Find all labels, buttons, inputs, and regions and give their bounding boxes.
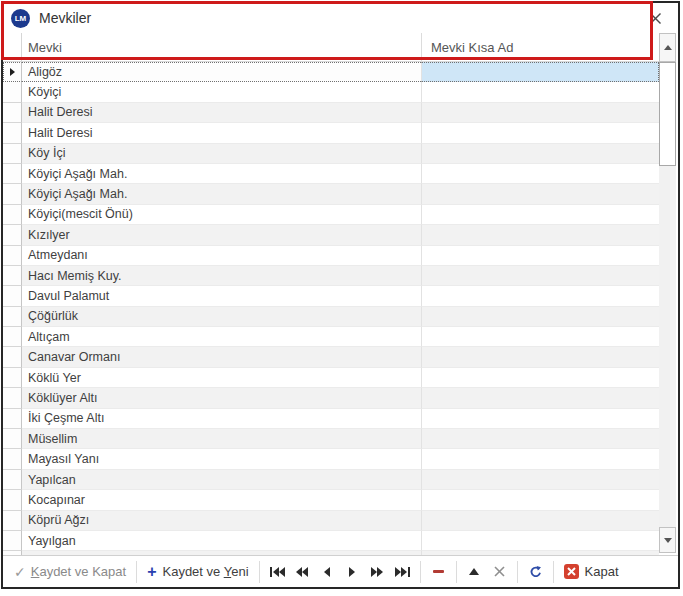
row-indicator-cell[interactable]: [3, 184, 22, 204]
cell-mevki[interactable]: Yayılgan: [22, 531, 421, 551]
row-indicator-cell[interactable]: [3, 470, 22, 490]
row-indicator-cell[interactable]: [3, 103, 22, 123]
cell-kisa-ad[interactable]: [421, 184, 659, 204]
table-row[interactable]: Köyiçi Aşağı Mah.: [3, 184, 659, 204]
cell-mevki[interactable]: Hacı Memiş Kuy.: [22, 266, 421, 286]
cell-kisa-ad[interactable]: [421, 388, 659, 408]
cell-mevki[interactable]: Köklü Yer: [22, 368, 421, 388]
scrollbar-track[interactable]: [659, 62, 676, 527]
cancel-edit-button[interactable]: [487, 561, 512, 583]
row-indicator-cell[interactable]: [3, 449, 22, 469]
table-row[interactable]: Kocapınar: [3, 490, 659, 510]
table-row[interactable]: Köyiçi: [3, 82, 659, 102]
row-indicator-cell[interactable]: [3, 368, 22, 388]
cell-mevki[interactable]: Kızılyer: [22, 225, 421, 245]
cell-mevki[interactable]: Altıçam: [22, 327, 421, 347]
row-indicator-cell[interactable]: [3, 82, 22, 102]
cell-kisa-ad[interactable]: [421, 327, 659, 347]
row-indicator-cell[interactable]: [3, 123, 22, 143]
cell-kisa-ad[interactable]: [421, 449, 659, 469]
cell-kisa-ad[interactable]: [421, 144, 659, 164]
cell-mevki[interactable]: Köprü Ağzı: [22, 511, 421, 531]
scroll-down-button[interactable]: [659, 527, 676, 553]
table-row[interactable]: Davul Palamut: [3, 286, 659, 306]
row-indicator-cell[interactable]: [3, 266, 22, 286]
row-indicator-cell[interactable]: [3, 205, 22, 225]
table-row[interactable]: Köklü Yer: [3, 368, 659, 388]
cell-mevki[interactable]: Köyiçi Aşağı Mah.: [22, 184, 421, 204]
table-row[interactable]: Canavar Ormanı: [3, 347, 659, 367]
row-indicator-cell[interactable]: [3, 409, 22, 429]
row-indicator-cell[interactable]: [3, 327, 22, 347]
row-indicator-cell[interactable]: [3, 388, 22, 408]
table-row[interactable]: Mayasıl Yanı: [3, 449, 659, 469]
cell-mevki[interactable]: Köy İçi: [22, 144, 421, 164]
row-indicator-cell[interactable]: [3, 144, 22, 164]
cell-kisa-ad[interactable]: [421, 123, 659, 143]
edit-record-button[interactable]: [462, 561, 487, 583]
row-indicator-cell[interactable]: [3, 490, 22, 510]
cell-mevki[interactable]: Mayasıl Yanı: [22, 449, 421, 469]
cell-kisa-ad[interactable]: [421, 286, 659, 306]
table-row[interactable]: Köy İçi: [3, 144, 659, 164]
kapat-button[interactable]: Kapat: [559, 561, 624, 582]
table-row[interactable]: Köyiçi Aşağı Mah.: [3, 164, 659, 184]
delete-record-button[interactable]: [426, 561, 451, 583]
row-indicator-cell[interactable]: [3, 307, 22, 327]
cell-kisa-ad[interactable]: [421, 225, 659, 245]
column-header-mevki-kisa-ad[interactable]: Mevki Kısa Ad: [421, 33, 659, 61]
row-indicator-cell[interactable]: [3, 225, 22, 245]
row-indicator-cell[interactable]: [3, 246, 22, 266]
row-indicator-cell[interactable]: [3, 531, 22, 551]
cell-kisa-ad[interactable]: [421, 103, 659, 123]
cell-mevki[interactable]: Çöğürlük: [22, 307, 421, 327]
cell-mevki[interactable]: Kocapınar: [22, 490, 421, 510]
table-row[interactable]: Atmeydanı: [3, 246, 659, 266]
cell-mevki[interactable]: Köyiçi(mescit Önü): [22, 205, 421, 225]
cell-mevki[interactable]: Yapılcan: [22, 470, 421, 490]
cell-kisa-ad[interactable]: [421, 205, 659, 225]
table-row[interactable]: Köyiçi(mescit Önü): [3, 205, 659, 225]
table-row[interactable]: Yapılcan: [3, 470, 659, 490]
cell-kisa-ad[interactable]: [421, 490, 659, 510]
table-row[interactable]: İki Çeşme Altı: [3, 409, 659, 429]
row-indicator-cell[interactable]: [3, 164, 22, 184]
nav-prior-page-button[interactable]: [290, 561, 315, 583]
table-row[interactable]: Kızılyer: [3, 225, 659, 245]
column-header-mevki[interactable]: Mevki: [22, 33, 421, 61]
row-indicator-cell[interactable]: [3, 62, 22, 82]
cell-kisa-ad[interactable]: [421, 347, 659, 367]
cell-kisa-ad[interactable]: [421, 246, 659, 266]
save-and-new-button[interactable]: + Kaydet ve Yeni: [142, 561, 253, 583]
table-row[interactable]: Yayılgan: [3, 531, 659, 551]
cell-mevki[interactable]: Halit Deresi: [22, 123, 421, 143]
row-indicator-cell[interactable]: [3, 286, 22, 306]
cell-kisa-ad[interactable]: [421, 470, 659, 490]
cell-kisa-ad[interactable]: [421, 266, 659, 286]
table-row[interactable]: Müsellim: [3, 429, 659, 449]
nav-prior-button[interactable]: [315, 561, 340, 583]
cell-mevki[interactable]: Canavar Ormanı: [22, 347, 421, 367]
cell-mevki[interactable]: Köyiçi Aşağı Mah.: [22, 164, 421, 184]
vertical-scrollbar[interactable]: [659, 33, 676, 555]
cell-mevki[interactable]: İki Çeşme Altı: [22, 409, 421, 429]
cell-kisa-ad[interactable]: [421, 62, 659, 82]
close-button[interactable]: [648, 11, 662, 25]
cell-mevki[interactable]: Halit Deresi: [22, 103, 421, 123]
cell-kisa-ad[interactable]: [421, 82, 659, 102]
table-row[interactable]: Halit Deresi: [3, 123, 659, 143]
cell-kisa-ad[interactable]: [421, 409, 659, 429]
nav-next-page-button[interactable]: [365, 561, 390, 583]
cell-mevki[interactable]: Müsellim: [22, 429, 421, 449]
row-indicator-cell[interactable]: [3, 429, 22, 449]
nav-next-button[interactable]: [340, 561, 365, 583]
cell-kisa-ad[interactable]: [421, 531, 659, 551]
table-row[interactable]: Altıçam: [3, 327, 659, 347]
cell-kisa-ad[interactable]: [421, 368, 659, 388]
scroll-up-button[interactable]: [659, 33, 676, 62]
table-row[interactable]: Köklüyer Altı: [3, 388, 659, 408]
row-indicator-cell[interactable]: [3, 511, 22, 531]
nav-last-button[interactable]: [390, 561, 415, 583]
table-row[interactable]: Çöğürlük: [3, 307, 659, 327]
cell-mevki[interactable]: Davul Palamut: [22, 286, 421, 306]
